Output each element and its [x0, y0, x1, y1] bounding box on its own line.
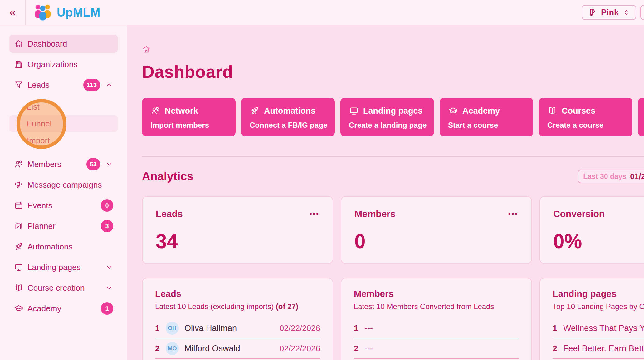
quick-action-subtitle: Import members [150, 121, 236, 130]
rocket-icon [250, 106, 260, 116]
row-divider [553, 358, 644, 359]
row-number: 2 [553, 344, 563, 353]
section-divider [142, 156, 644, 157]
topbar: « UpMLM Pink [0, 0, 644, 25]
stats-grid: Leads•••34Members•••0Conversion0% [142, 196, 644, 264]
main-content: Dashboard NetworkImport membersAutomatio… [127, 25, 644, 360]
row-name: --- [364, 323, 373, 333]
funnel-icon [14, 80, 23, 90]
sidebar-item-organizations[interactable]: Organizations [9, 55, 118, 73]
clipboard-icon [14, 221, 23, 231]
list-row[interactable]: 2--- [354, 340, 519, 357]
sidebar-item-label: Events [27, 201, 101, 210]
quick-action-title: Courses [562, 106, 595, 116]
list-row[interactable]: 1OHOliva Hallman02/22/2026 [155, 320, 320, 337]
sidebar-item-planner[interactable]: Planner3 [9, 217, 118, 235]
sidebar-item-dashboard[interactable]: Dashboard [9, 35, 118, 53]
list-card-title: Landing pages [553, 289, 644, 299]
quick-action-subtitle: Start a course [448, 121, 533, 130]
stat-value: 0% [553, 231, 644, 251]
quick-action-academy[interactable]: AcademyStart a course [440, 98, 533, 136]
building-icon [14, 60, 23, 69]
sidebar-item-label: Organizations [27, 60, 113, 69]
list-card-landing-pages: Landing pagesTop 10 Landing Pages by Con… [539, 278, 644, 360]
sidebar-item-landing-pages[interactable]: Landing pages [9, 258, 118, 276]
row-name: --- [364, 344, 373, 353]
more-menu-button[interactable]: ••• [310, 209, 320, 217]
date-filter-label: Last 30 days [583, 172, 626, 181]
sidebar-subitem-label: List [27, 102, 113, 112]
rocket-icon [14, 242, 23, 251]
theme-selector-button[interactable]: Pink [582, 5, 636, 20]
megaphone-icon [14, 180, 23, 190]
sidebar-item-automations[interactable]: Automations [9, 238, 118, 256]
home-icon[interactable] [142, 45, 151, 55]
sidebar-item-academy[interactable]: Academy1 [9, 299, 118, 318]
list-row[interactable]: 2Feel Better. Earn Better. [553, 340, 644, 357]
sidebar-subitem-funnel[interactable]: Funnel [9, 115, 118, 132]
sidebar-item-message-campaigns[interactable]: Message campaigns [9, 176, 118, 194]
list-row[interactable]: 1Wellness That Pays You Back [553, 320, 644, 337]
count-badge: 1 [101, 302, 113, 315]
sidebar-item-label: Members [27, 160, 86, 169]
quick-action-automations[interactable]: AutomationsConnect a FB/IG page [241, 98, 335, 136]
quick-action-partial[interactable]: C [638, 98, 644, 136]
row-number: 2 [155, 344, 166, 353]
stat-title: Leads [156, 209, 183, 219]
sidebar-subitem-label: Import [27, 136, 113, 145]
row-divider [155, 338, 320, 338]
quick-action-title: Network [165, 106, 198, 116]
sidebar-subitem-list[interactable]: List [9, 98, 118, 115]
list-card-subtitle: Latest 10 Members Converted from Leads [354, 302, 519, 311]
row-number: 1 [155, 323, 166, 333]
chevron-down-icon[interactable] [105, 263, 113, 271]
app-logo[interactable]: UpMLM [33, 4, 100, 21]
quick-action-landing-pages[interactable]: Landing pagesCreate a landing page [340, 98, 434, 136]
row-divider [155, 358, 320, 359]
chevron-down-icon[interactable] [105, 284, 113, 292]
quick-action-subtitle: Create a landing page [349, 121, 434, 130]
sidebar-item-label: Course creation [27, 283, 100, 293]
list-row[interactable]: 1--- [354, 320, 519, 337]
sidebar-item-label: Automations [27, 242, 113, 252]
quick-action-title: Academy [462, 106, 500, 116]
row-number: 1 [354, 323, 364, 333]
row-name: Oliva Hallman [184, 323, 237, 333]
stat-card-members: Members•••0 [341, 196, 532, 264]
sidebar-subitem-import[interactable]: Import [9, 132, 118, 149]
chevron-up-icon[interactable] [105, 81, 113, 89]
stat-value: 34 [156, 231, 320, 251]
row-name: Milford Oswald [184, 344, 240, 353]
avatar: MO [166, 342, 179, 355]
sidebar-item-label: Planner [27, 221, 101, 231]
app-root: « UpMLM Pink DashboardOrganizationsLeads… [0, 0, 644, 360]
sidebar-subitem-label: Funnel [27, 119, 113, 129]
graduation-cap-icon [14, 304, 23, 313]
quick-action-title: Automations [264, 106, 315, 116]
chevron-down-icon[interactable] [105, 160, 113, 168]
page-title: Dashboard [142, 62, 644, 82]
sidebar-collapse-button[interactable]: « [0, 0, 26, 25]
sidebar: DashboardOrganizationsLeads113ListFunnel… [0, 25, 127, 360]
sidebar-item-events[interactable]: Events0 [9, 196, 118, 215]
topbar-right: Pink [582, 5, 644, 20]
quick-action-subtitle: Create a course [547, 121, 632, 130]
list-row[interactable]: 2MOMilford Oswald02/22/2026 [155, 340, 320, 357]
list-card-title: Leads [155, 289, 320, 299]
partial-header-button[interactable] [640, 5, 644, 20]
book-icon [14, 283, 23, 293]
date-filter-button[interactable]: Last 30 days 01/2 [578, 170, 644, 183]
quick-action-courses[interactable]: CoursesCreate a course [539, 98, 632, 136]
body-row: DashboardOrganizationsLeads113ListFunnel… [0, 25, 644, 360]
graduation-cap-icon [448, 106, 458, 116]
sidebar-item-course-creation[interactable]: Course creation [9, 279, 118, 297]
stat-value: 0 [354, 231, 518, 251]
count-badge: 3 [101, 220, 113, 232]
more-menu-button[interactable]: ••• [508, 209, 518, 217]
breadcrumb [142, 45, 644, 55]
sidebar-item-members[interactable]: Members53 [9, 155, 118, 173]
sidebar-item-leads[interactable]: Leads113 [9, 76, 118, 94]
quick-action-network[interactable]: NetworkImport members [142, 98, 236, 136]
sidebar-item-label: Dashboard [27, 39, 113, 49]
sidebar-item-label: Leads [27, 80, 83, 90]
